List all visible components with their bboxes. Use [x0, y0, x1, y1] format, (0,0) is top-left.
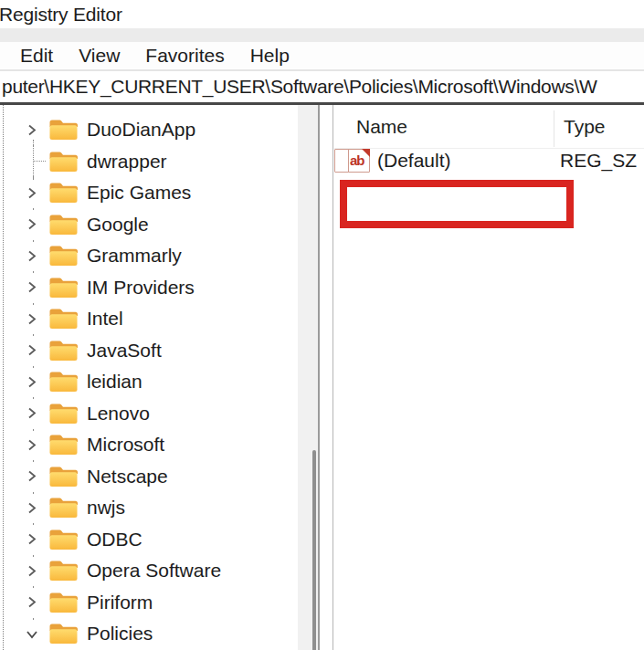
tree-item[interactable]: IM Providers — [0, 272, 298, 304]
column-header-name[interactable]: Name — [356, 116, 407, 138]
tree-item[interactable]: Policies — [0, 618, 298, 650]
column-separator[interactable] — [554, 110, 554, 147]
tree-item-label: nwjs — [87, 497, 125, 519]
tree-expander-icon[interactable] — [24, 247, 40, 264]
tree-item-label: JavaSoft — [87, 340, 162, 362]
string-value-icon: ab — [348, 149, 370, 173]
tree-expander-icon[interactable] — [24, 468, 40, 485]
menu-help[interactable]: Help — [250, 45, 290, 67]
tree-item-label: dwrapper — [87, 151, 167, 173]
folder-icon — [48, 276, 78, 299]
tree-item[interactable]: Google — [0, 209, 298, 241]
title-bar: Registry Editor — [0, 0, 644, 28]
tree-item[interactable]: Grammarly — [0, 240, 298, 272]
tree-item[interactable]: dwrapper — [0, 146, 298, 178]
registry-tree-pane: DuoDianApp — [0, 105, 298, 650]
value-type: REG_SZ — [560, 150, 637, 172]
tree-item-label: Epic Games — [87, 182, 191, 204]
folder-icon — [48, 370, 78, 393]
folder-icon — [48, 118, 78, 142]
value-rows: ab 011 110 (Default) REG_SZ ab — [334, 149, 644, 173]
tree-scrollbar-thumb[interactable] — [312, 450, 316, 650]
ab-glyph: ab — [350, 152, 364, 168]
folder-icon — [48, 181, 78, 204]
tree-expander-icon[interactable] — [24, 405, 40, 422]
folder-icon — [48, 559, 78, 582]
tree-item-label: DuoDianApp — [87, 119, 195, 141]
tree-expander-icon[interactable] — [24, 342, 40, 359]
window-title: Registry Editor — [0, 4, 122, 26]
tree-expander-icon[interactable] — [24, 594, 40, 611]
tree-expander-icon[interactable] — [24, 436, 40, 453]
folder-icon — [48, 433, 78, 456]
tree-item-label: Lenovo — [87, 403, 150, 425]
tree-item[interactable]: leidian — [0, 366, 298, 398]
pane-splitter[interactable] — [318, 105, 320, 650]
folder-icon — [48, 402, 78, 425]
tree-item-label: Google — [87, 214, 149, 236]
folder-icon — [48, 622, 78, 645]
tree-item[interactable]: ODBC — [0, 524, 298, 556]
tree-item[interactable]: Epic Games — [0, 177, 298, 209]
tree-item[interactable]: Opera Software — [0, 555, 298, 587]
folder-icon — [48, 465, 78, 488]
menu-view[interactable]: View — [79, 45, 120, 67]
menu-favorites[interactable]: Favorites — [145, 45, 224, 67]
address-path: puter\HKEY_CURRENT_USER\Software\Policie… — [2, 76, 597, 98]
list-pane-border — [333, 105, 333, 650]
tree-item[interactable]: Netscape — [0, 461, 298, 493]
folder-icon — [48, 150, 78, 173]
value-row[interactable]: ab 011 110 (Default) REG_SZ — [334, 149, 356, 173]
list-header: Name Type — [334, 105, 644, 149]
tree-item-label: Intel — [87, 308, 123, 330]
tree-item-label: Opera Software — [87, 560, 221, 582]
folder-icon — [48, 528, 78, 551]
tree-expander-icon[interactable] — [24, 310, 40, 327]
tree-item[interactable]: Lenovo — [0, 398, 298, 430]
tree-item-label: Piriform — [87, 592, 153, 613]
tree-expander-icon[interactable] — [24, 121, 40, 138]
title-bar-band — [0, 28, 644, 42]
tree-item[interactable]: Piriform — [0, 587, 298, 619]
tree-item[interactable]: Microsoft — [0, 429, 298, 461]
tree-item-label: leidian — [87, 371, 143, 393]
folder-icon — [48, 339, 78, 362]
address-bar[interactable]: puter\HKEY_CURRENT_USER\Software\Policie… — [0, 71, 644, 102]
tree-expander-icon[interactable] — [24, 373, 40, 390]
tree-expander-icon[interactable] — [24, 562, 40, 579]
tree-item[interactable]: DuoDianApp — [0, 114, 298, 146]
folder-icon — [48, 244, 78, 267]
tree-item-label: IM Providers — [87, 277, 195, 299]
tree-expander-icon[interactable] — [24, 216, 40, 233]
folder-icon — [48, 496, 78, 519]
annotation-rectangle — [340, 180, 574, 228]
column-header-type[interactable]: Type — [564, 116, 606, 138]
tree-expander-icon[interactable] — [24, 499, 40, 516]
tree-items: DuoDianApp — [0, 114, 298, 650]
tree-item-label: Policies — [87, 623, 153, 645]
tree-item-label: ODBC — [87, 529, 143, 550]
value-name[interactable]: (Default) — [377, 150, 451, 172]
folder-icon — [48, 591, 78, 614]
tree-scrollbar[interactable] — [298, 105, 318, 650]
tree-item[interactable]: Intel — [0, 303, 298, 335]
tree-expander-icon[interactable] — [24, 531, 40, 548]
tree-expander-icon[interactable] — [24, 184, 40, 201]
tree-item-label: Microsoft — [87, 434, 164, 456]
registry-editor-window: Registry Editor Edit View Favorites Help… — [0, 0, 644, 650]
menu-edit[interactable]: Edit — [20, 45, 53, 67]
folder-icon — [48, 213, 78, 236]
tree-item-label: Grammarly — [87, 245, 182, 267]
menu-bar: Edit View Favorites Help — [0, 42, 644, 69]
tree-item[interactable]: JavaSoft — [0, 335, 298, 367]
tree-item-label: Netscape — [87, 466, 168, 488]
tree-item[interactable]: nwjs — [0, 492, 298, 524]
folder-icon — [48, 307, 78, 330]
tree-expander-icon[interactable] — [24, 625, 40, 642]
tree-expander-icon[interactable] — [24, 279, 40, 296]
